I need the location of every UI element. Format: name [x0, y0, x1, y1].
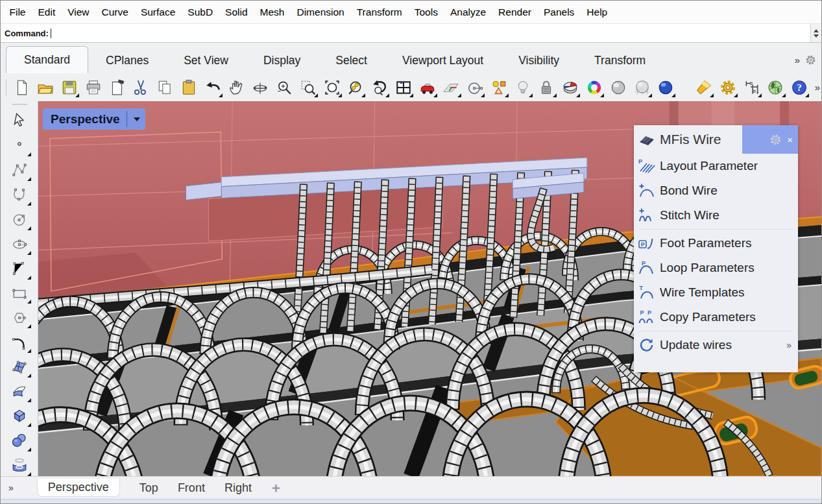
copy-icon[interactable] — [155, 77, 175, 97]
tab-set-view[interactable]: Set View — [166, 47, 246, 73]
sphere-icon[interactable] — [8, 430, 31, 451]
surface-from-points-icon[interactable] — [8, 356, 31, 378]
circle-icon[interactable] — [8, 208, 31, 230]
command-bar[interactable]: Command: — [1, 23, 821, 43]
viewport-tab-front[interactable]: Front — [178, 481, 205, 495]
toolbar-overflow-chevron[interactable]: » — [814, 82, 821, 93]
selection-filter-icon[interactable] — [489, 77, 509, 97]
menu-curve[interactable]: Curve — [95, 6, 134, 18]
named-view-icon[interactable] — [417, 77, 437, 97]
undo-icon[interactable] — [203, 77, 223, 97]
cut-icon[interactable] — [131, 77, 151, 97]
tab-display[interactable]: Display — [246, 47, 318, 73]
lock-icon[interactable] — [537, 77, 556, 97]
save-icon[interactable] — [60, 77, 79, 97]
zoom-target-icon[interactable] — [346, 77, 365, 97]
edit-page-icon[interactable] — [108, 77, 127, 97]
viewport-title-dropdown[interactable]: Perspective — [43, 108, 145, 130]
layers-pie-icon[interactable] — [561, 77, 580, 97]
new-file-icon[interactable] — [12, 77, 31, 97]
tab-cplanes[interactable]: CPlanes — [88, 47, 166, 73]
ellipse-icon[interactable] — [8, 233, 31, 254]
menu-edit[interactable]: Edit — [32, 6, 62, 18]
options-gear-icon[interactable] — [718, 77, 738, 97]
menu-analyze[interactable]: Analyze — [444, 6, 492, 18]
zoom-selected-icon[interactable] — [322, 77, 341, 97]
menu-tools[interactable]: Tools — [408, 6, 444, 18]
gear-icon[interactable] — [769, 134, 782, 146]
rendered-display-icon[interactable] — [656, 77, 675, 97]
menu-surface[interactable]: Surface — [134, 6, 181, 18]
circle-tool-icon[interactable] — [465, 77, 485, 97]
box-icon[interactable] — [8, 405, 31, 427]
mfis-item-layout-parameter[interactable]: P Layout Parameter — [634, 154, 798, 178]
undo-view-icon[interactable] — [370, 77, 389, 97]
web-browser-globe-icon[interactable] — [766, 77, 785, 97]
curve-through-points-icon[interactable] — [8, 184, 31, 205]
help-icon[interactable]: ? — [790, 77, 809, 97]
mfis-item-bond-wire[interactable]: Bond Wire — [634, 178, 798, 203]
four-viewports-icon[interactable] — [394, 77, 413, 97]
zoom-dynamic-icon[interactable] — [274, 77, 294, 97]
print-icon[interactable] — [84, 77, 103, 97]
open-file-icon[interactable] — [36, 77, 55, 97]
tab-transform[interactable]: Transform — [577, 47, 663, 73]
mfis-item-foot-parameters[interactable]: P Foot Parameters — [634, 231, 798, 256]
mfis-item-label: Layout Parameter — [660, 159, 758, 173]
viewport-tab-perspective[interactable]: Perspective — [37, 479, 120, 497]
select-icon[interactable] — [8, 110, 31, 131]
viewport-tab-right[interactable]: Right — [224, 481, 252, 495]
spinner-down-icon[interactable] — [814, 34, 819, 38]
mfis-item-wire-templates[interactable]: T Wire Templates — [634, 280, 798, 305]
tab-visibility[interactable]: Visibility — [501, 47, 577, 73]
mfis-item-update-wires[interactable]: Update wires » — [634, 333, 798, 357]
menu-solid[interactable]: Solid — [219, 6, 254, 18]
update-wires-overflow-chevron[interactable]: » — [786, 340, 798, 350]
menu-panels[interactable]: Panels — [537, 6, 580, 18]
curved-surface-icon[interactable] — [8, 381, 31, 402]
tab-overflow-chevron[interactable]: » — [795, 54, 800, 66]
mfis-item-stitch-wire[interactable]: Stitch Wire — [634, 203, 798, 228]
color-wheel-icon[interactable] — [585, 77, 604, 97]
mfis-panel-header[interactable]: MFis Wire × — [634, 125, 798, 154]
control-point-curve-icon[interactable] — [8, 159, 31, 180]
polygon-icon[interactable] — [8, 307, 31, 328]
fillet-icon[interactable] — [8, 331, 31, 353]
lights-icon[interactable] — [513, 77, 533, 97]
tab-gear-icon[interactable] — [805, 54, 816, 66]
arc-icon[interactable] — [8, 258, 31, 279]
close-icon[interactable]: × — [787, 135, 793, 145]
menu-file[interactable]: File — [3, 6, 32, 18]
mfis-item-loop-parameters[interactable]: P Loop Parameters — [634, 256, 798, 280]
spinner-up-icon[interactable] — [814, 29, 819, 32]
menu-view[interactable]: View — [62, 6, 95, 18]
viewport-tabs-overflow-chevron[interactable]: » — [8, 483, 14, 493]
chevron-down-icon[interactable] — [134, 117, 140, 121]
rotate-view-icon[interactable] — [250, 77, 270, 97]
rectangle-icon[interactable] — [8, 282, 31, 304]
perspective-viewport[interactable]: Perspective MFis Wire × P Layout Paramet… — [38, 101, 821, 476]
point-icon[interactable] — [8, 134, 31, 156]
spotlight-icon[interactable] — [694, 77, 714, 97]
ghosted-display-icon[interactable] — [632, 77, 651, 97]
revolved-surface-icon[interactable] — [8, 455, 31, 476]
viewport-tab-top[interactable]: Top — [139, 481, 158, 495]
cplane-icon[interactable] — [441, 77, 461, 97]
mfis-item-copy-parameters[interactable]: PP Copy Parameters — [634, 305, 798, 330]
tab-select[interactable]: Select — [318, 47, 385, 73]
menu-help[interactable]: Help — [581, 6, 614, 18]
menu-mesh[interactable]: Mesh — [254, 6, 291, 18]
menu-subd[interactable]: SubD — [182, 6, 219, 18]
pan-view-icon[interactable] — [226, 77, 246, 97]
tab-standard[interactable]: Standard — [6, 46, 88, 73]
add-viewport-icon[interactable] — [271, 483, 281, 493]
paste-icon[interactable] — [179, 77, 199, 97]
menu-transform[interactable]: Transform — [350, 6, 408, 18]
command-history-spinner[interactable] — [810, 24, 821, 42]
menu-render[interactable]: Render — [492, 6, 538, 18]
tab-viewport-layout[interactable]: Viewport Layout — [385, 47, 501, 73]
dimension-icon[interactable] — [742, 77, 762, 97]
menu-dimension[interactable]: Dimension — [291, 6, 350, 18]
shaded-display-icon[interactable] — [609, 77, 628, 97]
zoom-window-icon[interactable] — [298, 77, 318, 97]
